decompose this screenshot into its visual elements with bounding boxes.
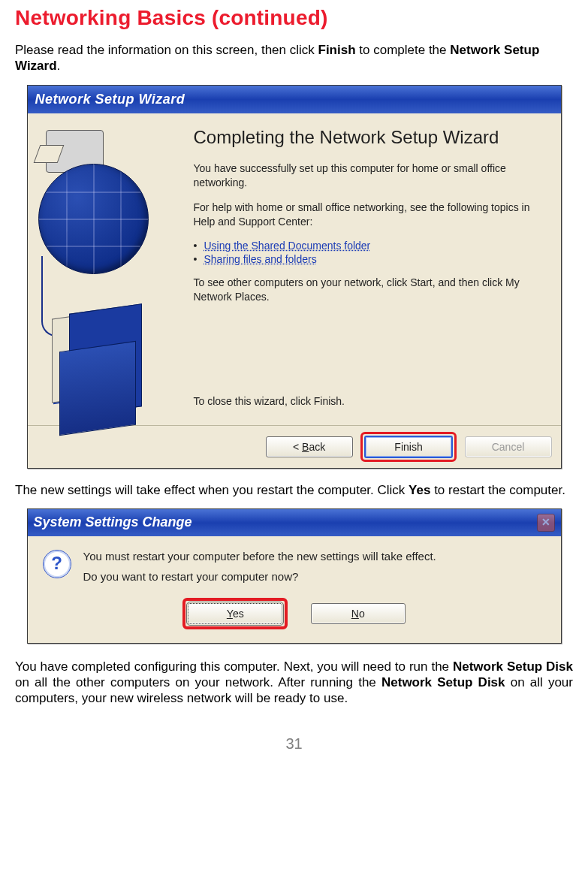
yes-accelerator: Y	[227, 608, 233, 620]
wizard-link-list: Using the Shared Documents folder Sharin…	[194, 240, 546, 265]
closing-paragraph: You have completed configuring this comp…	[15, 659, 573, 707]
no-accelerator: N	[351, 608, 359, 620]
wizard-body: Completing the Network Setup Wizard You …	[28, 113, 561, 425]
intro-paragraph: Please read the information on this scre…	[15, 42, 573, 74]
dialog-title-text: System Settings Change	[34, 514, 192, 530]
link-sharing-files[interactable]: Sharing files and folders	[204, 253, 317, 265]
back-accelerator: B	[302, 441, 309, 453]
finish-highlight: Finish	[360, 432, 457, 462]
page-title: Networking Basics (continued)	[15, 6, 573, 30]
wizard-titlebar[interactable]: Network Setup Wizard	[28, 86, 561, 113]
network-setup-wizard-window: Network Setup Wizard Completing	[27, 85, 562, 469]
intro-bold-finish: Finish	[318, 43, 356, 57]
dialog-line1: You must restart your computer before th…	[83, 550, 436, 563]
dialog-footer: Yes No	[28, 595, 561, 643]
wizard-close-hint: To close this wizard, click Finish.	[194, 394, 546, 409]
wizard-main: Completing the Network Setup Wizard You …	[186, 113, 561, 425]
question-icon: ?	[43, 550, 71, 578]
mid-before: The new settings will take effect when y…	[15, 483, 409, 497]
back-prefix: <	[293, 441, 302, 453]
back-button[interactable]: < Back	[266, 436, 353, 457]
intro-text: Please read the information on this scre…	[15, 43, 318, 57]
link-shared-documents[interactable]: Using the Shared Documents folder	[204, 240, 371, 252]
mid-paragraph: The new settings will take effect when y…	[15, 482, 573, 498]
yes-rest: es	[233, 608, 244, 620]
system-settings-change-dialog: System Settings Change ✕ ? You must rest…	[27, 508, 562, 644]
closing-t2: on all the other computers on your netwo…	[15, 675, 381, 689]
closing-b1: Network Setup Disk	[453, 659, 573, 674]
wizard-p3: To see other computers on your network, …	[194, 276, 546, 304]
yes-highlight: Yes	[182, 598, 288, 629]
wizard-heading: Completing the Network Setup Wizard	[194, 127, 546, 149]
closing-t1: You have completed configuring this comp…	[15, 659, 453, 674]
mid-bold-yes: Yes	[409, 483, 430, 497]
folder-front-icon	[59, 340, 136, 435]
dialog-text: You must restart your computer before th…	[83, 550, 436, 590]
close-icon[interactable]: ✕	[537, 514, 555, 532]
wizard-footer: < Back Finish Cancel	[28, 425, 561, 468]
dialog-line2: Do you want to restart your computer now…	[83, 570, 436, 583]
yes-button[interactable]: Yes	[188, 603, 282, 624]
back-rest: ack	[309, 441, 325, 453]
no-button[interactable]: No	[311, 603, 406, 624]
mid-after: to restart the computer.	[430, 483, 565, 497]
page-number: 31	[15, 735, 573, 753]
no-rest: o	[359, 608, 365, 620]
wizard-p1: You have successfully set up this comput…	[194, 161, 546, 190]
wizard-sidebar-graphic	[28, 113, 186, 425]
intro-end: .	[57, 59, 61, 73]
closing-b2: Network Setup Disk	[381, 675, 505, 689]
intro-mid: to complete the	[356, 43, 451, 57]
finish-button[interactable]: Finish	[364, 436, 453, 458]
dialog-body: ? You must restart your computer before …	[28, 536, 561, 595]
wizard-p2: For help with home or small office netwo…	[194, 201, 546, 229]
cancel-button: Cancel	[465, 436, 552, 457]
dialog-titlebar[interactable]: System Settings Change ✕	[28, 509, 561, 536]
